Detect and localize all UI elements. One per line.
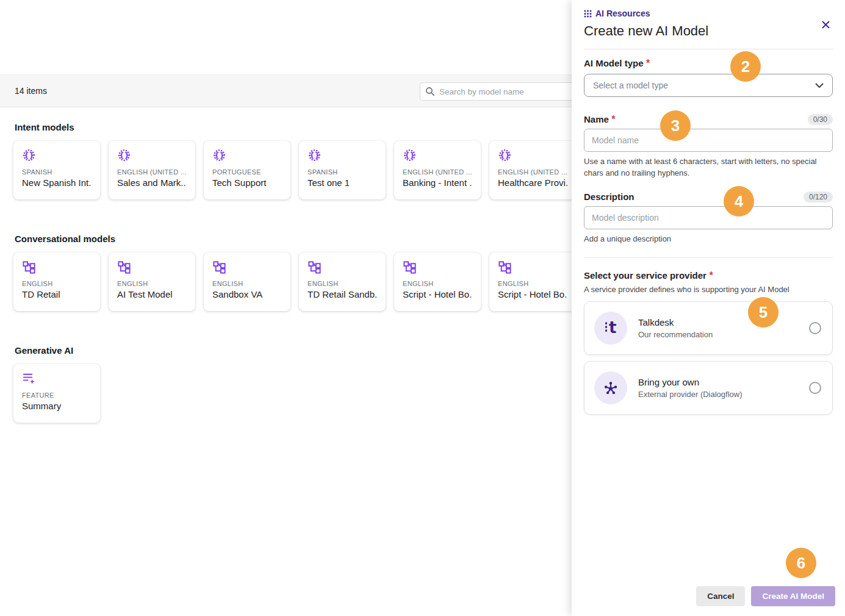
description-field[interactable] — [584, 206, 833, 229]
search-icon — [425, 87, 435, 96]
model-name: Healthcare Provi... — [498, 177, 567, 188]
provider-description: Our recommendation — [638, 330, 798, 339]
required-asterisk: * — [611, 114, 615, 124]
description-label: Description — [584, 192, 635, 202]
model-card[interactable]: {} ENGLISH (UNITED ... Healthcare Provi.… — [489, 141, 576, 199]
flow-icon — [403, 260, 472, 274]
app-name: AI Resources — [595, 9, 650, 18]
items-count: 14 items — [15, 86, 47, 96]
flow-icon — [117, 260, 187, 274]
model-language: SPANISH — [307, 168, 377, 176]
flow-icon — [22, 260, 92, 274]
divider — [584, 49, 833, 49]
grid-icon — [584, 10, 592, 18]
search-input[interactable] — [439, 87, 577, 96]
description-helper: Add a unique description — [584, 234, 833, 245]
flow-icon — [212, 260, 282, 274]
svg-text:{}: {} — [309, 151, 320, 160]
page: 14 items Intent models {} SPANISH New Sp… — [0, 0, 845, 616]
provider-name: Bring your own — [638, 377, 798, 387]
create-model-panel: AI Resources Create new AI Model AI Mode… — [572, 0, 845, 616]
provider-option-talkdesk[interactable]: t Talkdesk Our recommendation — [584, 301, 833, 355]
svg-text:{}: {} — [119, 151, 129, 160]
model-name: Tech Support — [212, 177, 282, 188]
description-counter: 0/120 — [804, 192, 833, 202]
model-type-placeholder: Select a model type — [593, 81, 668, 90]
provider-description: External provider (Dialogflow) — [638, 390, 798, 399]
model-language: ENGLISH — [498, 280, 567, 287]
step-badge-6: 6 — [786, 548, 816, 578]
model-card[interactable]: ENGLISH AI Test Model — [109, 252, 195, 311]
step-badge-5: 5 — [748, 297, 778, 328]
name-label: Name — [584, 114, 609, 124]
model-name: New Spanish Int... — [22, 177, 92, 188]
step-badge-3: 3 — [660, 110, 691, 141]
model-name: Summary — [22, 401, 92, 411]
model-language: ENGLISH — [22, 280, 92, 287]
model-language: FEATURE — [22, 392, 92, 399]
model-language: ENGLISH — [307, 280, 377, 287]
summary-icon — [22, 371, 92, 386]
model-name: AI Test Model — [117, 289, 187, 299]
model-card[interactable]: ENGLISH TD Retail Sandb... — [299, 252, 386, 311]
model-card[interactable]: ENGLISH Sandbox VA — [204, 252, 290, 311]
brain-icon: {} — [22, 148, 92, 163]
flow-icon — [307, 260, 377, 274]
provider-helper: A service provider defines who is suppor… — [584, 285, 833, 294]
model-name: Sandbox VA — [212, 289, 282, 299]
model-type-select[interactable]: Select a model type — [584, 74, 833, 97]
model-language: ENGLISH — [117, 280, 187, 287]
chevron-down-icon — [815, 83, 824, 88]
model-card[interactable]: {} SPANISH Test one 1 — [299, 141, 386, 199]
model-name: Sales and Mark... — [117, 177, 187, 188]
flow-icon — [498, 260, 567, 274]
provider-option-bring-your-own[interactable]: Bring your own External provider (Dialog… — [584, 361, 833, 415]
panel-header: AI Resources Create new AI Model — [572, 0, 845, 49]
model-card[interactable]: {} PORTUGUESE Tech Support — [204, 141, 290, 199]
required-asterisk: * — [709, 270, 713, 281]
create-ai-model-button[interactable]: Create AI Model — [751, 586, 835, 606]
talkdesk-radio[interactable] — [809, 322, 821, 334]
model-language: PORTUGUESE — [212, 168, 282, 176]
cancel-button[interactable]: Cancel — [696, 586, 745, 606]
name-field[interactable] — [584, 129, 833, 152]
required-asterisk: * — [646, 58, 650, 68]
svg-text:{}: {} — [405, 151, 415, 160]
model-card[interactable]: FEATURE Summary — [13, 364, 100, 423]
network-nodes-icon — [602, 379, 619, 396]
divider — [584, 257, 833, 258]
close-icon — [821, 20, 830, 29]
provider-label: Select your service provider — [584, 270, 707, 281]
svg-text:{}: {} — [214, 151, 225, 160]
model-card[interactable]: ENGLISH TD Retail — [13, 252, 100, 311]
brain-icon: {} — [498, 148, 567, 163]
panel-body: AI Model type * Select a model type Name… — [572, 58, 845, 415]
panel-footer: Cancel Create AI Model — [696, 586, 835, 606]
model-name: Script - Hotel Bo... — [403, 289, 472, 299]
model-card[interactable]: ENGLISH Script - Hotel Bo... — [394, 252, 481, 311]
model-name: TD Retail Sandb... — [307, 289, 377, 299]
search-box[interactable] — [420, 82, 582, 101]
model-language: ENGLISH — [403, 280, 472, 287]
model-type-label: AI Model type — [584, 58, 644, 68]
name-counter: 0/30 — [808, 114, 833, 125]
panel-title: Create new AI Model — [584, 23, 833, 39]
name-helper: Use a name with at least 6 characters, s… — [584, 156, 833, 179]
bring-your-own-radio[interactable] — [809, 382, 821, 394]
model-card[interactable]: {} ENGLISH (UNITED ... Sales and Mark... — [109, 141, 195, 199]
model-name: Script - Hotel Bo... — [498, 289, 567, 299]
model-card[interactable]: {} ENGLISH (UNITED ... Banking - Intent … — [394, 141, 481, 199]
step-badge-4: 4 — [724, 186, 754, 217]
model-language: ENGLISH (UNITED ... — [403, 168, 472, 176]
model-card[interactable]: ENGLISH Script - Hotel Bo... — [489, 252, 576, 311]
brain-icon: {} — [307, 148, 377, 163]
brain-icon: {} — [403, 148, 472, 163]
model-card[interactable]: {} SPANISH New Spanish Int... — [13, 141, 100, 199]
model-name: Banking - Intent ... — [403, 177, 472, 188]
model-name: TD Retail — [22, 289, 92, 299]
talkdesk-logo-icon: t — [605, 321, 617, 334]
model-language: SPANISH — [22, 168, 92, 176]
svg-text:{}: {} — [500, 151, 510, 160]
brain-icon: {} — [212, 148, 282, 163]
close-button[interactable] — [818, 17, 833, 32]
